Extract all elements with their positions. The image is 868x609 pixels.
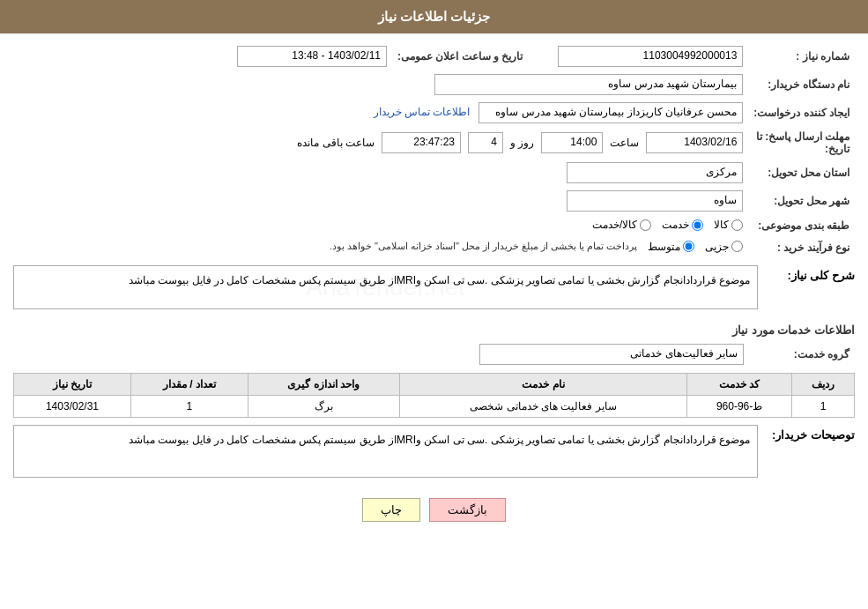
city-label: شهر محل تحویل: [748,187,855,215]
watermark: AnaTender.net [306,266,465,308]
province-input: مرکزی [567,162,743,183]
bottom-buttons: بازگشت چاپ [13,485,855,535]
category-radio-group: کالا خدمت کالا/خدمت [592,219,743,231]
col-unit: واحد اندازه گیری [248,374,399,396]
province-label: استان محل تحویل: [748,159,855,187]
need-description-box: موضوع قراردادانجام گزارش بخشی یا تمامی ت… [13,265,758,309]
category-radios: کالا خدمت کالا/خدمت [13,215,748,237]
radio-kala-khedmat-input[interactable] [640,219,651,231]
col-code: کد خدمت [687,374,792,396]
announce-date-input: 1403/02/11 - 13:48 [237,46,387,67]
buyer-value: بیمارستان شهید مدرس ساوه [13,71,748,99]
description-box-wrapper: موضوع قراردادانجام گزارش بخشی یا تمامی ت… [13,265,758,309]
need-description-text: موضوع قراردادانجام گزارش بخشی یا تمامی ت… [129,274,750,286]
row-city: شهر محل تحویل: ساوه [13,187,855,215]
radio-kala-label: کالا [714,219,729,231]
col-row: ردیف [792,374,855,396]
buyer-description-label: توصیحات خریدار: [758,425,855,442]
col-quantity: تعداد / مقدار [130,374,248,396]
radio-jozii-input[interactable] [731,241,743,252]
radio-kala-khedmat-label: کالا/خدمت [592,219,637,231]
creator-input: محسن عرفانیان کاریزداز بیمارستان شهید مد… [479,102,743,123]
row-need-number: شماره نیاز : 1103004992000013 تاریخ و سا… [13,42,855,71]
response-days-input: 4 [468,132,503,153]
row-province: استان محل تحویل: مرکزی [13,159,855,187]
radio-motevaset: متوسط [648,241,694,253]
cell-code: ط-96-960 [687,396,792,418]
row-deadline: مهلت ارسال پاسخ: تا تاریخ: 1403/02/16 سا… [13,127,855,159]
response-date-input: 1403/02/16 [646,132,743,153]
col-date: تاریخ نیاز [14,374,131,396]
services-table-body: 1 ط-96-960 سایر فعالیت های خدماتی شخصی ب… [14,396,855,418]
creator-value: محسن عرفانیان کاریزداز بیمارستان شهید مد… [13,99,748,127]
remaining-label: ساعت باقی مانده [297,137,375,149]
main-content: شماره نیاز : 1103004992000013 تاریخ و سا… [0,33,868,544]
radio-khedmat-label: خدمت [662,219,689,231]
city-value: ساوه [13,187,748,215]
deadline-value: 1403/02/16 ساعت 14:00 روز و 4 23:47:23 س… [13,127,748,159]
buyer-description-box-wrapper: موضوع قراردادانجام گزارش بخشی یا تمامی ت… [13,425,758,478]
province-value: مرکزی [13,159,748,187]
radio-jozii-label: جزیی [705,241,729,253]
purchase-note: پرداخت تمام یا بخشی از مبلغ خریدار از مح… [330,241,638,252]
days-label: روز و [510,137,534,149]
buyer-label: نام دستگاه خریدار: [748,71,855,99]
page-title: جزئیات اطلاعات نیاز [378,9,490,24]
cell-row: 1 [792,396,855,418]
cell-name: سایر فعالیت های خدماتی شخصی [399,396,686,418]
city-input: ساوه [567,190,743,212]
buyer-description-box: موضوع قراردادانجام گزارش بخشی یا تمامی ت… [13,425,758,478]
service-group-row: گروه خدمت: سایر فعالیت‌های خدماتی [13,340,855,368]
row-buyer: نام دستگاه خریدار: بیمارستان شهید مدرس س… [13,71,855,99]
service-group-input: سایر فعالیت‌های خدماتی [479,344,744,365]
print-button[interactable]: چاپ [362,498,420,522]
description-section: شرح کلی نیاز: موضوع قراردادانجام گزارش ب… [13,265,855,309]
buyer-input: بیمارستان شهید مدرس ساوه [434,74,743,95]
services-header-row: ردیف کد خدمت نام خدمت واحد اندازه گیری ت… [14,374,855,396]
deadline-label: مهلت ارسال پاسخ: تا تاریخ: [748,127,855,159]
page-container: جزئیات اطلاعات نیاز شماره نیاز : 1103004… [0,0,868,609]
need-number-input: 1103004992000013 [558,46,743,67]
services-table: ردیف کد خدمت نام خدمت واحد اندازه گیری ت… [13,373,855,418]
row-purchase-type: نوع فرآیند خرید : جزیی متوسط پرداخت تمام… [13,237,855,259]
row-category: طبقه بندی موضوعی: کالا خدمت [13,215,855,237]
table-row: 1 ط-96-960 سایر فعالیت های خدماتی شخصی ب… [14,396,855,418]
service-group-label: گروه خدمت: [749,340,855,368]
cell-date: 1403/02/31 [14,396,131,418]
buyer-description-section: توصیحات خریدار: موضوع قراردادانجام گزارش… [13,425,855,478]
back-button[interactable]: بازگشت [429,498,506,522]
purchase-type-value: جزیی متوسط پرداخت تمام یا بخشی از مبلغ خ… [13,237,748,259]
col-name: نام خدمت [399,374,686,396]
radio-khedmat-input[interactable] [692,219,703,231]
radio-kala: کالا [714,219,743,231]
buyer-description-text: موضوع قراردادانجام گزارش بخشی یا تمامی ت… [129,434,750,446]
category-label: طبقه بندی موضوعی: [748,215,855,237]
service-group-table: گروه خدمت: سایر فعالیت‌های خدماتی [13,340,855,368]
radio-motevaset-input[interactable] [683,241,694,252]
radio-khedmat: خدمت [662,219,703,231]
radio-motevaset-label: متوسط [648,241,680,253]
creator-contact-link[interactable]: اطلاعات تماس خریدار [374,106,471,118]
announce-date-label: تاریخ و ساعت اعلان عمومی: [392,42,528,71]
cell-unit: برگ [248,396,399,418]
need-number-label: شماره نیاز : [748,42,855,71]
creator-label: ایجاد کننده درخواست: [748,99,855,127]
services-table-header: ردیف کد خدمت نام خدمت واحد اندازه گیری ت… [14,374,855,396]
radio-kala-khedmat: کالا/خدمت [592,219,651,231]
row-creator: ایجاد کننده درخواست: محسن عرفانیان کاریز… [13,99,855,127]
remaining-time-input: 23:47:23 [382,132,461,153]
need-number-value: 1103004992000013 [528,42,748,71]
announce-date-value: 1403/02/11 - 13:48 [13,42,392,71]
response-time-input: 14:00 [541,132,603,153]
services-section-header: اطلاعات خدمات مورد نیاز [13,316,855,340]
purchase-radio-group: جزیی متوسط پرداخت تمام یا بخشی از مبلغ خ… [330,241,744,253]
time-label: ساعت [610,137,639,149]
page-header: جزئیات اطلاعات نیاز [0,0,868,33]
time-row: 1403/02/16 ساعت 14:00 روز و 4 23:47:23 س… [19,132,743,153]
cell-quantity: 1 [130,396,248,418]
service-group-value: سایر فعالیت‌های خدماتی [13,340,749,368]
info-grid: شماره نیاز : 1103004992000013 تاریخ و سا… [13,42,855,258]
purchase-type-label: نوع فرآیند خرید : [748,237,855,259]
radio-jozii: جزیی [705,241,743,253]
radio-kala-input[interactable] [731,219,743,231]
